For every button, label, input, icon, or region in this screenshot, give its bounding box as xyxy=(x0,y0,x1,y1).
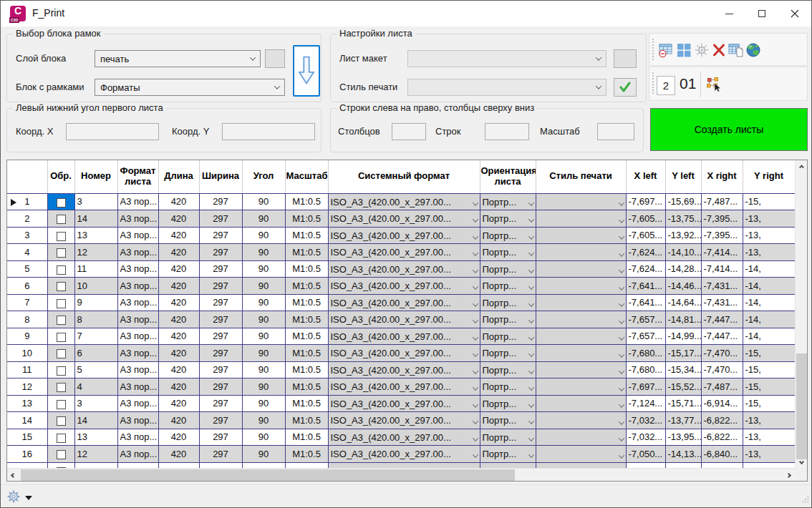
toolbar-grip[interactable] xyxy=(652,39,654,60)
cell-nomer[interactable]: 10 xyxy=(74,278,117,295)
cell-dlina[interactable]: 420 xyxy=(158,210,199,228)
coord-x-input[interactable] xyxy=(66,123,159,140)
column-header[interactable]: Длина xyxy=(158,160,199,193)
cell-dlina[interactable]: 420 xyxy=(158,395,199,412)
column-header[interactable]: X right xyxy=(701,160,743,193)
cell-nomer[interactable]: 13 xyxy=(74,429,117,446)
select-checkbox-cell[interactable] xyxy=(47,412,74,429)
column-header[interactable]: X left xyxy=(626,160,665,193)
cell-sysformat-combo[interactable]: ISO_A3_(420.00_x_297.00... xyxy=(328,227,480,244)
cell-plotstyle-combo[interactable] xyxy=(536,294,626,311)
cell-ugol[interactable]: 90 xyxy=(242,429,285,446)
row-header[interactable]: 14 xyxy=(7,412,47,429)
cell-yright[interactable]: -15, xyxy=(743,361,795,378)
cell-xleft[interactable]: -7,624... xyxy=(626,260,665,278)
row-header[interactable]: 7 xyxy=(7,294,47,311)
select-checkbox-cell[interactable] xyxy=(47,328,74,345)
cell-xleft[interactable]: -7,032... xyxy=(626,429,665,446)
cell-orientation-combo[interactable]: Портр... xyxy=(480,244,536,261)
row-header[interactable]: 5 xyxy=(7,260,47,278)
row-header[interactable]: 4 xyxy=(7,244,47,261)
cell-yright[interactable]: -15, xyxy=(743,395,795,412)
cell-masshtab[interactable]: M1:0.5 xyxy=(285,395,328,412)
coord-y-input[interactable] xyxy=(222,123,315,140)
column-header[interactable]: Y left xyxy=(665,160,701,193)
cell-shirina[interactable]: 297 xyxy=(199,328,242,345)
cell-sysformat-combo[interactable]: ISO_A3_(420.00_x_297.00... xyxy=(328,244,480,261)
apply-style-button[interactable] xyxy=(614,78,637,97)
cell-shirina[interactable]: 297 xyxy=(199,244,242,261)
cell-dlina[interactable]: 420 xyxy=(158,193,199,210)
cell-ugol[interactable]: 90 xyxy=(242,193,285,210)
cell-xleft[interactable]: -7,680... xyxy=(626,345,665,362)
cell-nomer[interactable]: 11 xyxy=(74,260,117,278)
cell-nomer[interactable]: 3 xyxy=(74,395,117,412)
cell-ugol[interactable]: 90 xyxy=(242,260,285,278)
tiles-icon[interactable] xyxy=(676,42,692,58)
column-header[interactable]: Масштаб xyxy=(285,160,328,193)
layer-combobox[interactable]: печать xyxy=(95,50,261,67)
cell-xleft[interactable]: -7,032... xyxy=(626,412,665,429)
cell-dlina[interactable]: 420 xyxy=(158,260,199,278)
rows-input[interactable] xyxy=(485,123,529,140)
cell-xright[interactable]: -7,487... xyxy=(701,193,743,210)
cell-format[interactable]: А3 пор... xyxy=(117,294,158,311)
cell-plotstyle-combo[interactable] xyxy=(536,378,626,396)
cell-xright[interactable]: -7,447... xyxy=(701,328,743,345)
cell-orientation-combo[interactable]: Портр... xyxy=(480,429,536,446)
cell-xright[interactable]: -7,414... xyxy=(701,260,743,278)
cell-yleft[interactable] xyxy=(665,462,701,468)
cell-ugol[interactable]: 90 xyxy=(242,361,285,378)
cell-yright[interactable]: -14, xyxy=(743,278,795,295)
cell-masshtab[interactable]: M1:0.5 xyxy=(285,210,328,228)
cell-shirina[interactable]: 297 xyxy=(199,210,242,228)
cell-yleft[interactable]: -15,17... xyxy=(665,345,701,362)
cell-plotstyle-combo[interactable] xyxy=(536,278,626,295)
cell-nomer[interactable]: 4 xyxy=(74,378,117,396)
column-header[interactable]: Ориентация листа xyxy=(480,160,536,193)
toolbar-grip[interactable] xyxy=(652,72,654,95)
cell-yright[interactable]: -13, xyxy=(743,227,795,244)
cell-dlina[interactable]: 420 xyxy=(158,361,199,378)
cell-format[interactable]: А3 пор... xyxy=(117,260,158,278)
cell-yright[interactable]: -14, xyxy=(743,294,795,311)
row-header[interactable] xyxy=(7,462,47,468)
cell-shirina[interactable]: 297 xyxy=(199,446,242,463)
cell-format[interactable]: А3 пор... xyxy=(117,210,158,228)
cell-sysformat-combo[interactable]: ISO_A3_(420.00_x_297.00... xyxy=(328,412,480,429)
cell-plotstyle-combo[interactable] xyxy=(536,462,626,468)
cell-masshtab[interactable] xyxy=(285,462,328,468)
cell-shirina[interactable] xyxy=(199,462,242,468)
cell-yleft[interactable]: -13,92... xyxy=(665,227,701,244)
cell-dlina[interactable]: 420 xyxy=(158,227,199,244)
cell-format[interactable]: А3 пор... xyxy=(117,345,158,362)
cell-yleft[interactable]: -14,81... xyxy=(665,311,701,328)
layout-aux-button[interactable] xyxy=(614,49,637,68)
cell-yright[interactable]: -15, xyxy=(743,345,795,362)
cell-masshtab[interactable]: M1:0.5 xyxy=(285,260,328,278)
select-checkbox-cell[interactable] xyxy=(47,244,74,261)
cell-orientation-combo[interactable] xyxy=(480,462,536,468)
cell-sysformat-combo[interactable]: ISO_A3_(420.00_x_297.00... xyxy=(328,446,480,463)
cell-format[interactable]: А3 пор... xyxy=(117,361,158,378)
minimize-button[interactable] xyxy=(712,1,745,26)
cell-sysformat-combo[interactable]: ISO_A3_(420.00_x_297.00... xyxy=(328,378,480,396)
row-header[interactable]: 8 xyxy=(7,311,47,328)
cell-yright[interactable]: -14, xyxy=(743,260,795,278)
column-header[interactable]: Номер xyxy=(74,160,117,193)
row-checkbox[interactable] xyxy=(57,450,66,459)
column-header[interactable]: Ширина xyxy=(199,160,242,193)
cell-xright[interactable]: -7,487... xyxy=(701,378,743,396)
cell-yleft[interactable]: -13,75... xyxy=(665,210,701,228)
cell-shirina[interactable]: 297 xyxy=(199,278,242,295)
cell-nomer[interactable]: 5 xyxy=(74,361,117,378)
cell-yleft[interactable]: -15,52... xyxy=(665,378,701,396)
row-checkbox[interactable] xyxy=(57,282,66,291)
cell-orientation-combo[interactable]: Портр... xyxy=(480,446,536,463)
cell-dlina[interactable]: 420 xyxy=(158,244,199,261)
cell-plotstyle-combo[interactable] xyxy=(536,361,626,378)
cell-plotstyle-combo[interactable] xyxy=(536,227,626,244)
cell-sysformat-combo[interactable]: ISO_A3_(420.00_x_297.00... xyxy=(328,294,480,311)
cell-xright[interactable] xyxy=(701,462,743,468)
cell-yleft[interactable]: -14,13... xyxy=(665,446,701,463)
